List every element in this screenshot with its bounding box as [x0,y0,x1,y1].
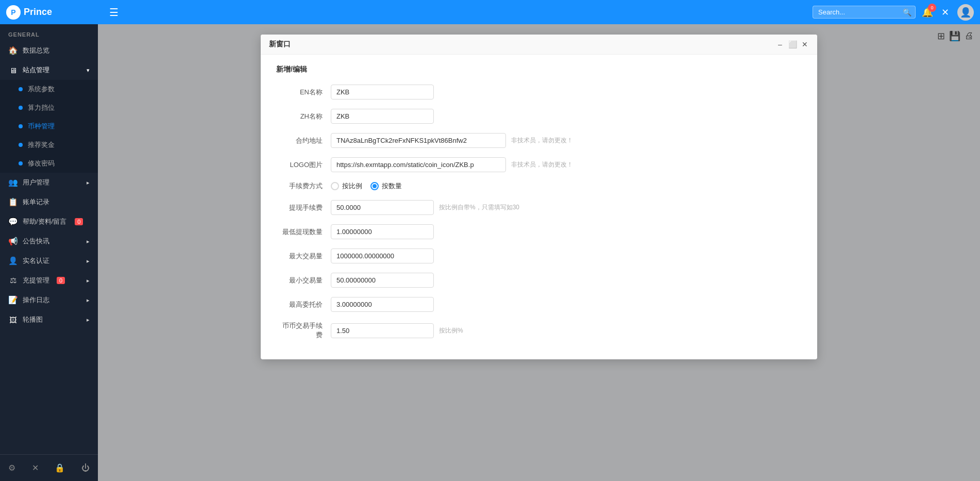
help-icon: 💬 [8,217,18,226]
chevron-right-icon: ▸ [87,179,90,186]
sidebar-item-account[interactable]: 📋 账单记录 [0,192,98,212]
recharge-badge: 0 [57,277,65,284]
dot-icon [19,124,23,128]
sidebar-item-label-oplog: 操作日志 [23,295,49,305]
sidebar-item-site-mgmt[interactable]: 🖥 站点管理 ▾ [0,60,98,80]
modal-controls: – ⬜ ✕ [776,40,809,48]
dot-icon [19,87,23,91]
sidebar-submenu-sys-params[interactable]: 系统参数 [0,80,98,98]
chevron-right-icon3: ▸ [87,258,90,264]
min-withdraw-label: 最低提现数量 [276,227,323,237]
sidebar-submenu-site: 系统参数 算力挡位 币种管理 推荐奖金 修改密码 [0,80,98,173]
zh-name-input[interactable] [331,109,434,124]
sidebar-item-label-realname: 实名认证 [23,256,49,266]
sidebar-item-label-carousel: 轮播图 [23,315,43,324]
sidebar-item-label-help: 帮助/资料/留言 [23,217,66,226]
withdraw-fee-input[interactable] [331,200,434,215]
menu-toggle-icon[interactable]: ☰ [109,6,119,19]
avatar[interactable]: 👤 [957,4,974,21]
fee-method-label: 手续费方式 [276,181,323,191]
search-icon: 🔍 [903,8,911,16]
layout: GENERAL 🏠 数据总览 🖥 站点管理 ▾ 系统参数 算力挡位 币种管理 [0,24,980,481]
carousel-icon: 🖼 [8,316,18,324]
tools-icon-wrap[interactable]: ✕ [941,7,949,18]
en-name-label: EN名称 [276,88,323,97]
app-name: Prince [24,7,52,18]
sidebar-item-user-mgmt[interactable]: 👥 用户管理 ▸ [0,173,98,192]
sidebar-section-label: GENERAL [0,24,98,41]
radio-proportion-circle [331,182,339,190]
sidebar-submenu-label-referral: 推荐奖金 [28,140,55,150]
min-tx-input[interactable] [331,273,434,288]
sidebar-item-realname[interactable]: 👤 实名认证 ▸ [0,251,98,271]
form-row-en-name: EN名称 [276,85,802,99]
sidebar-item-recharge[interactable]: ⚖ 充提管理 0 ▸ [0,271,98,290]
form-row-contract: 合约地址 非技术员，请勿更改！ [276,133,802,148]
modal-header: 新窗口 – ⬜ ✕ [261,35,817,55]
en-name-input[interactable] [331,85,434,99]
max-delegate-input[interactable] [331,297,434,312]
withdraw-fee-label: 提现手续费 [276,203,323,212]
oplog-icon: 📝 [8,295,18,305]
topbar-icons: 🔔 0 ✕ 👤 [922,4,974,21]
logo-hint: 非技术员，请勿更改！ [511,160,573,169]
contract-hint: 非技术员，请勿更改！ [511,136,573,145]
fee-method-radio-group: 按比例 按数量 [331,181,402,191]
form-row-coin-tx-fee: 币币交易手续费 按比例% [276,321,802,340]
radio-quantity-label: 按数量 [382,181,402,191]
coin-tx-fee-input[interactable] [331,323,434,338]
sidebar-item-announcements[interactable]: 📢 公告快讯 ▸ [0,231,98,251]
sidebar-item-dashboard[interactable]: 🏠 数据总览 [0,41,98,60]
dot-icon [19,161,23,165]
settings-icon[interactable]: ⚙ [6,461,18,475]
sidebar-item-label-account: 账单记录 [23,197,49,207]
radio-proportion[interactable]: 按比例 [331,181,362,191]
chevron-down-icon: ▾ [87,67,90,74]
logo-input[interactable] [331,157,506,172]
search-input[interactable] [813,6,916,19]
modal-title: 新窗口 [269,40,776,49]
modal-minimize-button[interactable]: – [776,40,784,48]
home-icon: 🏠 [8,46,18,55]
min-tx-label: 最小交易量 [276,276,323,285]
modal-maximize-button[interactable]: ⬜ [788,40,797,48]
account-icon: 📋 [8,197,18,207]
power-icon[interactable]: ⏻ [79,461,92,475]
radio-quantity[interactable]: 按数量 [370,181,402,191]
lock-icon[interactable]: 🔒 [53,461,67,475]
modal-close-button[interactable]: ✕ [801,40,809,48]
form-row-fee-method: 手续费方式 按比例 按数量 [276,181,802,191]
sidebar-submenu-label-pwd: 修改密码 [28,159,55,168]
form-row-min-withdraw: 最低提现数量 [276,224,802,239]
contract-input[interactable] [331,133,506,148]
sidebar-submenu-currency[interactable]: 币种管理 [0,117,98,136]
logo-icon: P [6,5,21,20]
sidebar-submenu-label-currency: 币种管理 [28,122,55,131]
sidebar-item-label-recharge: 充提管理 [23,276,49,285]
sidebar-submenu-label-hash: 算力挡位 [28,103,55,112]
form-row-max-delegate: 最高委托价 [276,297,802,312]
sidebar-submenu-hashrate[interactable]: 算力挡位 [0,98,98,117]
coin-tx-fee-label: 币币交易手续费 [276,321,323,340]
monitor-icon: 🖥 [8,66,18,75]
min-withdraw-input[interactable] [331,224,434,239]
dot-icon [19,143,23,147]
search-wrap: 🔍 [813,6,916,19]
sidebar-item-oplog[interactable]: 📝 操作日志 ▸ [0,290,98,310]
cross-icon: ✕ [941,7,949,18]
max-delegate-label: 最高委托价 [276,300,323,309]
tools-bottom-icon[interactable]: ✕ [30,461,41,475]
sidebar-item-label-site: 站点管理 [23,65,49,75]
notification-badge: 0 [928,4,936,12]
sidebar-item-carousel[interactable]: 🖼 轮播图 ▸ [0,310,98,329]
sidebar-item-label-dashboard: 数据总览 [23,46,49,55]
sidebar-submenu-referral[interactable]: 推荐奖金 [0,136,98,154]
modal: 新窗口 – ⬜ ✕ 新增/编辑 EN名称 [261,35,817,359]
sidebar-item-help[interactable]: 💬 帮助/资料/留言 0 [0,212,98,231]
sidebar-submenu-changepwd[interactable]: 修改密码 [0,154,98,173]
users-icon: 👥 [8,178,18,187]
sidebar-submenu-label-sys: 系统参数 [28,85,55,94]
max-tx-input[interactable] [331,248,434,263]
chevron-right-icon4: ▸ [87,277,90,284]
notification-icon-wrap[interactable]: 🔔 0 [922,7,933,18]
